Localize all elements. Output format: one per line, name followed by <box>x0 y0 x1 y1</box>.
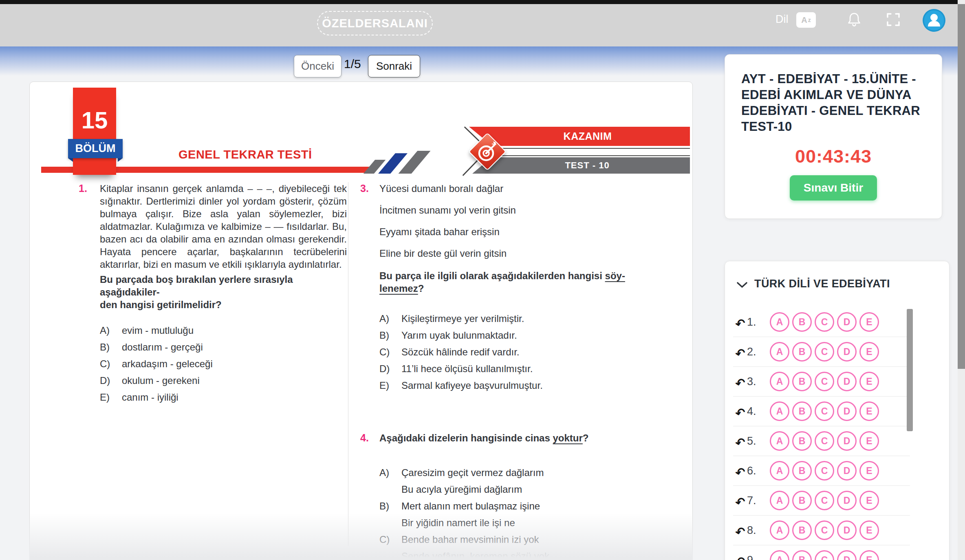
decor-channel-line-bottom <box>490 155 690 156</box>
option-a[interactable]: A)Çaresizim geçit vermez dağlarım <box>379 468 632 478</box>
bubble-b[interactable]: B <box>792 431 812 451</box>
option-a-line2: Bu acıyla yüreğimi dağlarım <box>401 485 632 494</box>
option-b[interactable]: B)dostlarım - gerçeği <box>100 342 347 352</box>
bubble-c[interactable]: C <box>815 520 834 540</box>
bubble-e[interactable]: E <box>859 461 879 481</box>
undo-icon[interactable]: ↶ <box>732 313 749 331</box>
chapter-label: BÖLÜM <box>75 142 116 155</box>
bubble-d[interactable]: D <box>837 372 857 391</box>
bubble-e[interactable]: E <box>859 342 879 362</box>
row-number: 4. <box>747 405 766 418</box>
bubble-d[interactable]: D <box>837 401 857 421</box>
bubble-c[interactable]: C <box>815 491 834 510</box>
avatar[interactable] <box>923 9 945 32</box>
finish-exam-button[interactable]: Sınavı Bitir <box>790 175 877 201</box>
bubble-d[interactable]: D <box>837 431 857 451</box>
bubble-b[interactable]: B <box>792 312 812 332</box>
bubble-d[interactable]: D <box>837 491 857 510</box>
bubble-a[interactable]: A <box>770 491 789 510</box>
answer-sheet: TÜRK DİLİ VE EDEBİYATI ↶ 1. ABCDE ↶ 2. A… <box>725 261 950 560</box>
undo-icon[interactable]: ↶ <box>732 551 749 560</box>
bubble-a[interactable]: A <box>770 401 789 421</box>
answer-row-9: ↶ 9. ABCDE <box>733 545 910 560</box>
fullscreen-icon[interactable] <box>886 12 901 28</box>
question-4-number: 4. <box>360 432 369 444</box>
bubble-b[interactable]: B <box>792 520 812 540</box>
bubble-a[interactable]: A <box>770 550 789 560</box>
bubble-c[interactable]: C <box>815 342 834 362</box>
bubble-c[interactable]: C <box>815 550 834 560</box>
option-d[interactable]: D)okulum - gerekeni <box>100 376 347 386</box>
bubble-a[interactable]: A <box>770 431 789 451</box>
sheet-scrollbar-thumb[interactable] <box>907 309 913 431</box>
test-paper: KAZANIM TEST - 10 15 BÖLÜM GENEL TEKRAR … <box>29 82 693 560</box>
bubble-e[interactable]: E <box>859 550 879 560</box>
bubble-group: ABCDE <box>770 520 882 540</box>
option-e[interactable]: E)Sarmal kafiyeye başvurulmuştur. <box>379 381 632 390</box>
bell-icon[interactable] <box>847 11 861 29</box>
option-c[interactable]: C)arkadaşım - geleceği <box>100 359 347 369</box>
bubble-d[interactable]: D <box>837 550 857 560</box>
option-a[interactable]: A)Kişileştirmeye yer verilmiştir. <box>379 314 632 324</box>
option-c[interactable]: C)Sözcük hâlinde redif vardır. <box>379 347 632 357</box>
bubble-e[interactable]: E <box>859 372 879 391</box>
option-d[interactable]: D)11’li hece ölçüsü kullanılmıştır. <box>379 364 632 374</box>
translate-icon[interactable]: Az <box>796 12 816 28</box>
option-b[interactable]: B)Yarım uyak bulunmaktadır. <box>379 331 632 340</box>
option-e[interactable]: E)canım - iyiliği <box>100 392 347 402</box>
row-number: 1. <box>747 316 766 329</box>
chevron-down-icon[interactable] <box>736 282 748 290</box>
target-icon <box>471 135 504 168</box>
undo-icon[interactable]: ↶ <box>732 402 749 420</box>
bubble-a[interactable]: A <box>770 461 789 481</box>
undo-icon[interactable]: ↶ <box>732 521 749 539</box>
undo-icon[interactable]: ↶ <box>732 492 749 509</box>
undo-icon[interactable]: ↶ <box>732 462 749 479</box>
bubble-e[interactable]: E <box>859 312 879 332</box>
bubble-d[interactable]: D <box>837 312 857 332</box>
question-1-passage: Kitaplar insanın gerçek anlamda – – –, d… <box>100 182 347 271</box>
option-a[interactable]: A)evim - mutluluğu <box>100 326 347 335</box>
bubble-b[interactable]: B <box>792 372 812 391</box>
bubble-a[interactable]: A <box>770 342 789 362</box>
row-number: 6. <box>747 465 766 477</box>
bubble-group: ABCDE <box>770 550 882 560</box>
bubble-group: ABCDE <box>770 491 882 510</box>
question-3: 3. Yücesi dumanlı boralı dağlar İncitmen… <box>360 182 633 397</box>
question-3-verses: Yücesi dumanlı boralı dağlar İncitmen su… <box>379 182 632 260</box>
bubble-c[interactable]: C <box>815 312 834 332</box>
question-1-options: A)evim - mutluluğu B)dostlarım - gerçeği… <box>100 326 347 402</box>
question-3-number: 3. <box>360 182 369 195</box>
bubble-a[interactable]: A <box>770 520 789 540</box>
question-1: 1. Kitaplar insanın gerçek anlamda – – –… <box>79 182 348 409</box>
bubble-b[interactable]: B <box>792 342 812 362</box>
bubble-d[interactable]: D <box>837 342 857 362</box>
undo-icon[interactable]: ↶ <box>732 432 749 450</box>
bubble-c[interactable]: C <box>815 461 834 481</box>
question-1-number: 1. <box>79 182 87 195</box>
page-counter: 1/5 <box>344 57 361 71</box>
previous-page-button[interactable]: Önceki <box>294 55 341 77</box>
bubble-d[interactable]: D <box>837 461 857 481</box>
bubble-c[interactable]: C <box>815 401 834 421</box>
bubble-d[interactable]: D <box>837 520 857 540</box>
answer-row-6: ↶ 6. ABCDE <box>733 456 910 486</box>
bubble-a[interactable]: A <box>770 372 789 391</box>
page-scrollbar-thumb[interactable] <box>958 4 965 369</box>
bubble-c[interactable]: C <box>815 372 834 391</box>
bubble-e[interactable]: E <box>859 401 879 421</box>
undo-icon[interactable]: ↶ <box>732 373 749 390</box>
next-page-button[interactable]: Sonraki <box>368 55 420 77</box>
bubble-e[interactable]: E <box>859 491 879 510</box>
option-b[interactable]: B)Mert alanın mert bulaşmaz işine <box>379 501 632 511</box>
bubble-c[interactable]: C <box>815 431 834 451</box>
undo-icon[interactable]: ↶ <box>732 343 749 360</box>
bubble-e[interactable]: E <box>859 431 879 451</box>
bubble-e[interactable]: E <box>859 520 879 540</box>
bubble-a[interactable]: A <box>770 312 789 332</box>
bubble-b[interactable]: B <box>792 550 812 560</box>
row-number: 8. <box>747 524 766 537</box>
bubble-b[interactable]: B <box>792 461 812 481</box>
bubble-b[interactable]: B <box>792 401 812 421</box>
bubble-b[interactable]: B <box>792 491 812 510</box>
